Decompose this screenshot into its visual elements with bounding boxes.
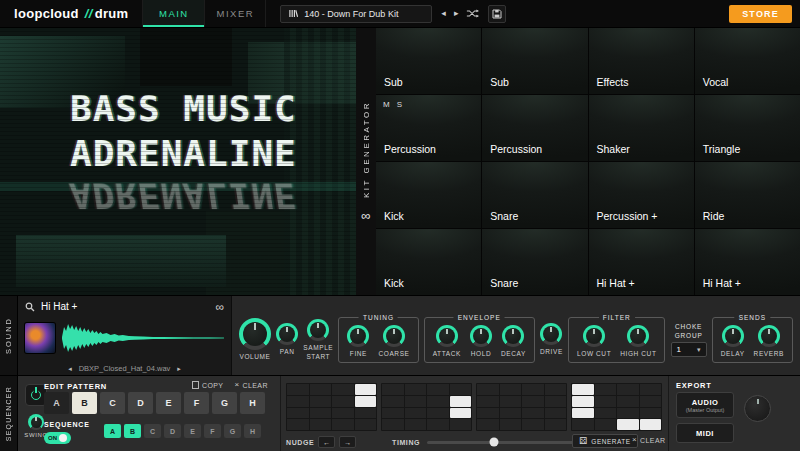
step-cell[interactable] [450, 408, 472, 419]
step-cell[interactable] [405, 408, 427, 419]
step-cell[interactable] [310, 396, 332, 407]
step-cell[interactable] [477, 396, 499, 407]
step-cell[interactable] [640, 396, 662, 407]
step-cell[interactable] [355, 419, 377, 430]
pad-ride[interactable]: Ride [695, 162, 800, 228]
save-preset-button[interactable] [488, 5, 506, 23]
step-cell[interactable] [287, 408, 309, 419]
step-cell[interactable] [545, 419, 567, 430]
step-cell[interactable] [427, 396, 449, 407]
step-cell[interactable] [522, 396, 544, 407]
choke-group-select[interactable]: 1▾ [671, 342, 707, 357]
knob-high-cut[interactable] [627, 325, 649, 347]
step-cell[interactable] [595, 408, 617, 419]
step-cell[interactable] [617, 419, 639, 430]
export-midi-button[interactable]: MIDI [676, 423, 734, 443]
step-cell[interactable] [500, 396, 522, 407]
sequence-slot-c[interactable]: C [144, 424, 161, 438]
next-sample-icon[interactable]: ▸ [177, 365, 181, 373]
tab-mixer[interactable]: MIXER [204, 0, 266, 27]
step-cell[interactable] [405, 419, 427, 430]
pad-hi-hat[interactable]: Hi Hat + [589, 229, 694, 295]
pad-sub[interactable]: Sub [482, 28, 587, 94]
sequence-slot-g[interactable]: G [224, 424, 241, 438]
prev-preset-icon[interactable]: ◂ [441, 9, 446, 18]
nudge-left-button[interactable]: ← [318, 436, 335, 448]
nudge-right-button[interactable]: → [339, 436, 356, 448]
pad-sub[interactable]: Sub [376, 28, 481, 94]
knob-decay[interactable] [502, 325, 524, 347]
pad-shaker[interactable]: Shaker [589, 95, 694, 161]
sound-tab[interactable]: SOUND [0, 296, 18, 375]
knob-hold[interactable] [470, 325, 492, 347]
clear-steps-button[interactable]: ×CLEAR [632, 436, 665, 444]
step-cell[interactable] [450, 396, 472, 407]
step-cell[interactable] [405, 396, 427, 407]
step-cell[interactable] [332, 396, 354, 407]
knob-attack[interactable] [436, 325, 458, 347]
step-cell[interactable] [617, 384, 639, 395]
step-cell[interactable] [640, 408, 662, 419]
step-cell[interactable] [310, 419, 332, 430]
shuffle-icon[interactable] [466, 9, 479, 18]
step-cell[interactable] [382, 408, 404, 419]
step-cell[interactable] [382, 419, 404, 430]
step-cell[interactable] [572, 396, 594, 407]
pad-percussion[interactable]: Percussion + [589, 162, 694, 228]
pattern-button-h[interactable]: H [240, 392, 265, 414]
step-cell[interactable] [545, 408, 567, 419]
step-cell[interactable] [310, 408, 332, 419]
knob-drive[interactable] [540, 323, 562, 345]
export-drag-handle[interactable] [744, 395, 771, 422]
step-cell[interactable] [522, 419, 544, 430]
step-cell[interactable] [477, 384, 499, 395]
infinity-icon[interactable]: ∞ [215, 301, 224, 313]
pad-percussion[interactable]: MSPercussion [376, 95, 481, 161]
step-cell[interactable] [355, 396, 377, 407]
step-cell[interactable] [427, 419, 449, 430]
sequence-slot-f[interactable]: F [204, 424, 221, 438]
knob-fine[interactable] [347, 325, 369, 347]
pattern-button-c[interactable]: C [100, 392, 125, 414]
next-preset-icon[interactable]: ▸ [454, 9, 459, 18]
search-icon[interactable] [25, 302, 35, 312]
sequence-slot-e[interactable]: E [184, 424, 201, 438]
knob-pan[interactable] [276, 323, 298, 345]
sequence-slot-d[interactable]: D [164, 424, 181, 438]
step-cell[interactable] [640, 419, 662, 430]
pattern-button-e[interactable]: E [156, 392, 181, 414]
pattern-button-g[interactable]: G [212, 392, 237, 414]
copy-pattern-button[interactable]: COPY [192, 381, 223, 389]
timing-slider[interactable] [427, 441, 575, 444]
sequencer-tab[interactable]: SEQUENCER [0, 376, 18, 451]
step-cell[interactable] [332, 384, 354, 395]
step-cell[interactable] [405, 384, 427, 395]
pad-kick[interactable]: Kick [376, 229, 481, 295]
sequence-slot-a[interactable]: A [104, 424, 121, 438]
sequence-slot-b[interactable]: B [124, 424, 141, 438]
step-cell[interactable] [572, 384, 594, 395]
mute-button[interactable]: M [383, 100, 390, 109]
knob-reverb[interactable] [758, 325, 780, 347]
step-cell[interactable] [310, 384, 332, 395]
tab-main[interactable]: MAIN [142, 0, 204, 27]
step-cell[interactable] [332, 408, 354, 419]
knob-low-cut[interactable] [583, 325, 605, 347]
step-cell[interactable] [382, 384, 404, 395]
pad-effects[interactable]: Effects [589, 28, 694, 94]
step-cell[interactable] [640, 384, 662, 395]
pad-kick[interactable]: Kick [376, 162, 481, 228]
solo-button[interactable]: S [397, 100, 402, 109]
pad-snare[interactable]: Snare [482, 162, 587, 228]
pad-hi-hat[interactable]: Hi Hat + [695, 229, 800, 295]
knob-sample-start[interactable] [307, 319, 329, 341]
step-cell[interactable] [477, 419, 499, 430]
sequence-slot-h[interactable]: H [244, 424, 261, 438]
step-cell[interactable] [450, 384, 472, 395]
step-cell[interactable] [545, 396, 567, 407]
step-cell[interactable] [427, 408, 449, 419]
knob-coarse[interactable] [383, 325, 405, 347]
knob-delay[interactable] [722, 325, 744, 347]
step-cell[interactable] [427, 384, 449, 395]
step-cell[interactable] [617, 396, 639, 407]
